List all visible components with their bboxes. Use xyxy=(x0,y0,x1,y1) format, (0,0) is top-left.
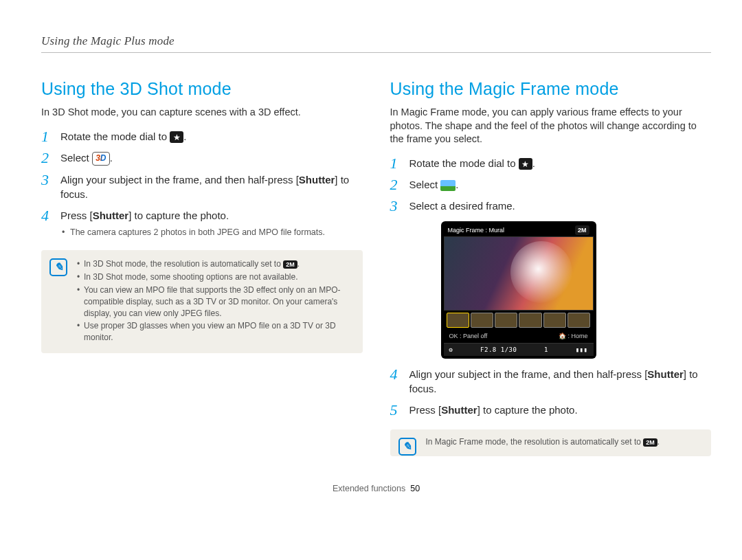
step-number: 5 xyxy=(390,400,398,421)
step-text: Rotate the mode dial to ★. xyxy=(409,157,535,169)
mode-dial-magic-icon: ★ xyxy=(170,131,183,143)
right-column: Using the Magic Frame mode In Magic Fram… xyxy=(390,79,712,456)
step-number: 4 xyxy=(41,205,49,227)
step-text: Press [Shutter] to capture the photo. xyxy=(409,404,578,416)
page-header: Using the Magic Plus mode xyxy=(41,34,711,53)
note-item: You can view an MPO file that supports t… xyxy=(77,284,353,319)
step-text: Press [Shutter] to capture the photo. xyxy=(60,210,229,221)
step-2: 2 Select . xyxy=(390,177,712,192)
step-1: 1 Rotate the mode dial to ★. xyxy=(390,156,712,170)
footer-section: Extended functions xyxy=(333,484,405,493)
frame-thumbnail xyxy=(567,313,590,328)
sub-bullet: The camera captures 2 photos in both JPE… xyxy=(62,227,363,238)
step-number: 3 xyxy=(390,196,398,217)
frame-thumbnail xyxy=(519,313,541,328)
step-5: 5 Press [Shutter] to capture the photo. xyxy=(390,403,712,417)
step-2: 2 Select 3D. xyxy=(41,150,363,166)
step-text: Rotate the mode dial to ★. xyxy=(60,131,186,142)
intro-magicframe: In Magic Frame mode, you can apply vario… xyxy=(390,106,712,146)
screen-shot-count: 1 xyxy=(544,346,548,355)
note-icon: ✎ xyxy=(398,438,416,456)
intro-3d: In 3D Shot mode, you can capture scenes … xyxy=(41,106,363,120)
mode-dial-magic-icon: ★ xyxy=(519,158,532,170)
note-text: In Magic Frame mode, the resolution is a… xyxy=(426,437,660,447)
page-footer: Extended functions 50 xyxy=(41,484,711,493)
step-number: 3 xyxy=(41,170,49,191)
note-box-magicframe: ✎ In Magic Frame mode, the resolution is… xyxy=(390,429,712,456)
step-text: Select a desired frame. xyxy=(409,200,515,212)
3d-mode-icon: 3D xyxy=(92,152,110,166)
step-sub-bullets: The camera captures 2 photos in both JPE… xyxy=(60,227,363,238)
note-icon: ✎ xyxy=(49,258,67,276)
steps-3d: 1 Rotate the mode dial to ★. 2 Select 3D… xyxy=(41,129,363,238)
footer-page-number: 50 xyxy=(410,484,420,493)
screen-exposure: F2.8 1/30 xyxy=(480,346,517,355)
camera-screen-preview: Magic Frame : Mural 2M xyxy=(441,221,596,359)
screen-home-label: 🏠 : Home xyxy=(559,332,588,341)
step-number: 2 xyxy=(41,148,49,169)
section-title-magicframe: Using the Magic Frame mode xyxy=(390,79,712,99)
step-text: Align your subject in the frame, and the… xyxy=(409,368,698,394)
step-number: 4 xyxy=(390,364,398,385)
screen-battery-icon: ▮▮▮ xyxy=(576,346,588,355)
screen-mode-icon: ⚙ xyxy=(449,346,453,355)
frame-thumbnail xyxy=(471,313,493,328)
step-4: 4 Press [Shutter] to capture the photo. … xyxy=(41,208,363,238)
step-text: Align your subject in the frame, and the… xyxy=(60,174,349,200)
step-number: 1 xyxy=(390,153,398,175)
note-item: Use proper 3D glasses when you view an M… xyxy=(77,320,353,344)
step-number: 1 xyxy=(41,126,49,148)
step-4: 4 Align your subject in the frame, and t… xyxy=(390,367,712,396)
header-title: Using the Magic Plus mode xyxy=(41,34,175,47)
note-item: In 3D Shot mode, the resolution is autom… xyxy=(77,258,353,270)
step-3: 3 Select a desired frame. Magic Frame : … xyxy=(390,199,712,359)
note-item: In 3D Shot mode, some shooting options a… xyxy=(77,271,353,283)
screen-title: Magic Frame : Mural xyxy=(448,226,505,235)
resolution-icon: 2M xyxy=(283,260,297,269)
step-3: 3 Align your subject in the frame, and t… xyxy=(41,172,363,201)
frame-thumbnail xyxy=(543,313,566,328)
screen-ok-label: OK : Panel off xyxy=(449,332,488,341)
screen-preview-image xyxy=(444,236,594,311)
steps-magicframe: 1 Rotate the mode dial to ★. 2 Select . … xyxy=(390,156,712,418)
screen-res-icon: 2M xyxy=(575,225,589,236)
step-text: Select . xyxy=(409,179,459,190)
step-number: 2 xyxy=(390,175,398,196)
step-text: Select 3D. xyxy=(60,152,113,164)
note-box-3d: ✎ In 3D Shot mode, the resolution is aut… xyxy=(41,250,363,353)
frame-thumbnail xyxy=(447,313,469,328)
section-title-3d: Using the 3D Shot mode xyxy=(41,79,363,99)
resolution-icon: 2M xyxy=(643,438,657,447)
frame-thumbnail-strip xyxy=(444,311,594,330)
step-1: 1 Rotate the mode dial to ★. xyxy=(41,129,363,144)
magic-frame-icon xyxy=(440,180,456,191)
left-column: Using the 3D Shot mode In 3D Shot mode, … xyxy=(41,79,363,456)
frame-thumbnail xyxy=(495,313,517,328)
